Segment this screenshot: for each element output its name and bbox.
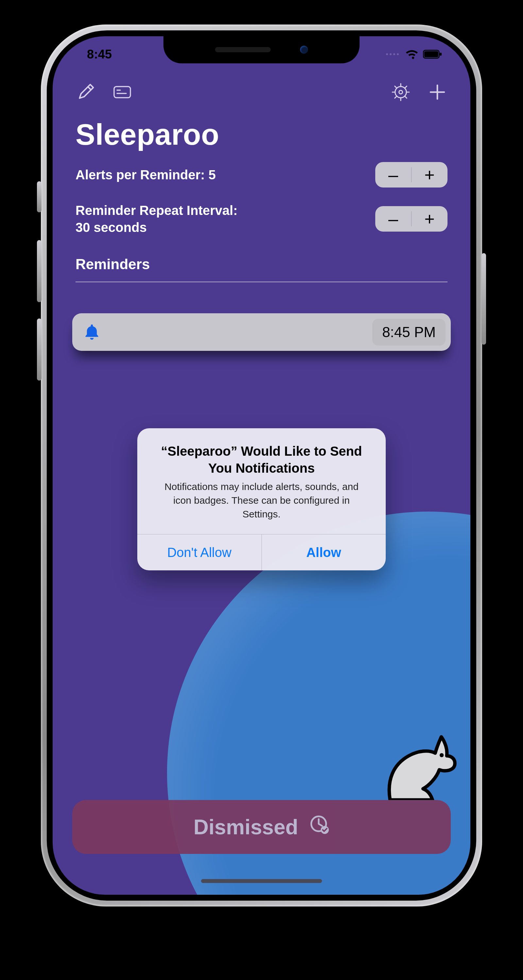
svg-point-7 (399, 90, 403, 94)
setting-interval-label: Reminder Repeat Interval: 30 seconds (75, 202, 238, 236)
svg-point-18 (440, 753, 443, 757)
screen: 8:45 (53, 36, 470, 895)
front-camera (300, 46, 308, 54)
card-view-button[interactable] (112, 83, 132, 103)
toolbar (53, 77, 470, 108)
alert-message: Notifications may include alerts, sounds… (137, 480, 386, 534)
home-indicator[interactable] (201, 879, 322, 883)
alert-title: “Sleeparoo” Would Like to Send You Notif… (137, 428, 386, 480)
reminder-row[interactable]: 8:45 PM (72, 313, 451, 351)
pencil-icon (77, 83, 95, 103)
hw-mute-switch (37, 181, 41, 212)
svg-rect-1 (424, 51, 438, 57)
reminders-section: Reminders (53, 243, 470, 282)
settings-button[interactable] (391, 83, 411, 103)
device-bezel: 8:45 (47, 30, 476, 900)
interval-stepper: – + (375, 206, 448, 232)
svg-line-12 (395, 86, 397, 88)
notification-permission-alert: “Sleeparoo” Would Like to Send You Notif… (137, 428, 386, 570)
alerts-increment-button[interactable]: + (411, 162, 448, 188)
speaker-grille (215, 47, 271, 52)
notch (163, 36, 360, 64)
gear-icon (392, 83, 410, 103)
add-button[interactable] (427, 83, 448, 103)
plus-icon (428, 83, 446, 103)
app-title: Sleeparoo (53, 108, 470, 155)
bell-icon (83, 323, 100, 341)
dismissed-label: Dismissed (193, 815, 298, 839)
setting-interval-value: 30 seconds (75, 220, 147, 235)
svg-line-14 (405, 86, 407, 88)
alerts-decrement-button[interactable]: – (375, 162, 411, 188)
svg-line-15 (395, 96, 397, 98)
svg-rect-2 (440, 52, 442, 56)
interval-decrement-button[interactable]: – (375, 206, 411, 232)
interval-increment-button[interactable]: + (411, 206, 448, 232)
kangaroo-illustration (370, 715, 458, 800)
app-switcher-dots-icon (386, 53, 399, 55)
dismissed-button[interactable]: Dismissed (72, 800, 451, 854)
setting-interval: Reminder Repeat Interval: 30 seconds – + (53, 195, 470, 243)
setting-alerts: Alerts per Reminder: 5 – + (53, 155, 470, 195)
clock-check-icon (309, 815, 330, 840)
reminder-time-chip[interactable]: 8:45 PM (372, 319, 445, 345)
wifi-icon (405, 49, 418, 59)
section-divider (75, 282, 448, 282)
setting-alerts-label-text: Alerts per Reminder: (75, 167, 209, 182)
hw-volume-down (37, 318, 41, 380)
allow-button[interactable]: Allow (262, 535, 386, 570)
hw-volume-up (37, 240, 41, 302)
dont-allow-button[interactable]: Don't Allow (137, 535, 262, 570)
status-right (386, 49, 443, 59)
setting-interval-label-text: Reminder Repeat Interval: (75, 203, 238, 218)
svg-line-13 (405, 96, 407, 98)
edit-button[interactable] (75, 83, 96, 103)
alert-buttons: Don't Allow Allow (137, 534, 386, 570)
battery-icon (423, 50, 443, 59)
setting-alerts-value: 5 (209, 167, 216, 182)
card-icon (113, 83, 131, 103)
svg-rect-3 (114, 87, 131, 98)
status-time: 8:45 (87, 48, 112, 61)
reminders-heading: Reminders (75, 256, 448, 272)
hw-side-button (482, 253, 486, 345)
setting-alerts-label: Alerts per Reminder: 5 (75, 166, 216, 183)
alerts-stepper: – + (375, 162, 448, 188)
device-frame: 8:45 (41, 24, 482, 907)
